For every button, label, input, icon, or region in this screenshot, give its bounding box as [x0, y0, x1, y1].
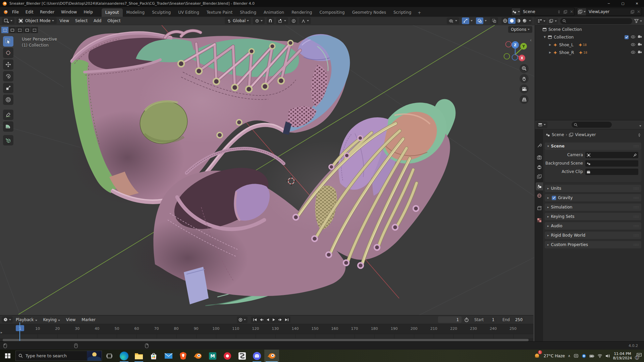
scene-selector[interactable]: Scene ✕	[511, 8, 575, 16]
panel-units[interactable]: ▸Units::::	[545, 185, 641, 192]
timeline-expand-icon[interactable]: ▸	[1, 330, 2, 334]
battery-icon[interactable]	[589, 354, 594, 358]
navigation-gizmo[interactable]: Z Y X	[501, 40, 530, 62]
tray-chevron-icon[interactable]: ∧	[568, 354, 570, 358]
end-frame-field[interactable]: End250	[500, 316, 525, 323]
taskbar-icon-discord[interactable]	[250, 350, 264, 362]
workspace-tab-modeling[interactable]: Modeling	[123, 8, 149, 17]
tab-texture[interactable]	[536, 216, 543, 224]
onedrive-icon[interactable]	[574, 354, 579, 358]
timeline-menu-playback[interactable]: Playback	[13, 317, 40, 322]
breadcrumb-viewlayer[interactable]: ViewLayer	[575, 132, 596, 137]
pin-icon[interactable]	[637, 133, 641, 137]
new-viewlayer-icon[interactable]	[631, 10, 634, 14]
measure-tool[interactable]	[3, 121, 13, 132]
taskbar-icon-blender[interactable]	[264, 350, 279, 362]
tab-render[interactable]	[536, 154, 543, 162]
menu-render[interactable]: Render	[37, 10, 58, 14]
pin-icon[interactable]	[557, 10, 561, 14]
workspace-tab-layout[interactable]: Layout	[102, 8, 123, 17]
panel-simulation[interactable]: ▸Simulation::::	[545, 203, 641, 211]
timeline-channel[interactable]	[0, 334, 533, 338]
rotate-tool[interactable]	[3, 71, 13, 81]
close-button[interactable]: ✕	[630, 0, 644, 7]
outliner-row-shoe_r[interactable]: ▶Shoe_R18	[535, 49, 644, 56]
axis-neg-y[interactable]	[504, 54, 510, 59]
playhead[interactable]	[19, 322, 20, 341]
outliner-search[interactable]	[560, 18, 632, 24]
workspace-tab-rendering[interactable]: Rendering	[288, 8, 316, 17]
viewlayer-selector[interactable]: ViewLayer ✕	[577, 8, 642, 16]
outliner-item-label[interactable]: Collection	[554, 35, 574, 40]
taskbar-icon-file-explorer[interactable]	[131, 350, 146, 362]
taskbar-icon-maya[interactable]: M	[205, 350, 220, 362]
disclosure-icon[interactable]: ▶	[549, 43, 553, 46]
active-clip-field[interactable]	[585, 169, 638, 175]
properties-options[interactable]	[638, 122, 641, 128]
scale-tool[interactable]	[3, 83, 13, 93]
gizmos-toggle[interactable]	[462, 17, 469, 24]
falloff-dropdown[interactable]	[299, 17, 311, 24]
add-workspace-button[interactable]: +	[415, 9, 424, 17]
disclosure-icon[interactable]: ▼	[544, 36, 548, 39]
outliner-item-label[interactable]: Shoe_R	[559, 50, 574, 55]
select-box-tool[interactable]	[3, 36, 13, 47]
workspace-tab-sculpting[interactable]: Sculpting	[148, 8, 174, 17]
pan-button[interactable]	[520, 74, 529, 83]
shading-solid[interactable]	[508, 18, 516, 24]
overlays-dropdown[interactable]	[485, 20, 487, 21]
current-frame-field[interactable]: 1	[438, 316, 462, 323]
axis-neg-z[interactable]	[512, 55, 518, 60]
outliner-display-mode[interactable]	[536, 18, 547, 24]
disable-camera-icon[interactable]	[638, 35, 642, 40]
menu-help[interactable]: Help	[80, 10, 96, 14]
taskbar-icon-edge[interactable]	[117, 350, 131, 362]
wifi-icon[interactable]	[597, 354, 602, 358]
panel-rigid-body-world[interactable]: ▸Rigid Body World::::	[545, 232, 641, 239]
workspace-tab-compositing[interactable]: Compositing	[316, 8, 348, 17]
pivot-dropdown[interactable]	[253, 17, 265, 24]
viewport-menu-view[interactable]: View	[57, 18, 72, 23]
outliner-item-label[interactable]: Scene Collection	[548, 27, 582, 32]
auto-key-button[interactable]	[237, 316, 248, 323]
timeline-editor-type[interactable]	[2, 316, 13, 323]
disable-camera-icon[interactable]	[638, 43, 642, 47]
weather-text[interactable]: 27°C Haze	[544, 354, 565, 358]
disclosure-icon[interactable]: ▶	[549, 51, 553, 54]
workspace-tab-scripting[interactable]: Scripting	[390, 8, 415, 17]
shading-material[interactable]	[516, 18, 522, 24]
options-button[interactable]: Options	[508, 26, 532, 33]
outliner-filter-button[interactable]	[634, 19, 642, 23]
snap-toggle[interactable]	[267, 17, 274, 24]
timeline-scrollbar[interactable]	[3, 339, 529, 341]
tab-tool[interactable]	[536, 141, 543, 149]
scene-panel-header[interactable]: ▾Scene::::	[545, 142, 641, 150]
select-mode-invert[interactable]	[23, 27, 31, 33]
outliner-filter-mode[interactable]	[548, 18, 558, 24]
remove-viewlayer-icon[interactable]: ✕	[637, 9, 640, 14]
properties-editor-type[interactable]	[536, 122, 547, 128]
shading-dropdown[interactable]	[529, 20, 531, 21]
xray-toggle[interactable]	[490, 17, 498, 24]
sidebar-toggle-icon[interactable]: ‹	[530, 38, 532, 43]
panel-custom-properties[interactable]: ▸Custom Properties::::	[545, 241, 641, 248]
prev-keyframe-button[interactable]	[258, 317, 264, 323]
camera-view-button[interactable]	[520, 84, 529, 94]
scene-name[interactable]: Scene	[520, 9, 538, 14]
viewport-menu-object[interactable]: Object	[104, 18, 123, 23]
task-view-button[interactable]	[102, 350, 117, 362]
taskbar-icon-brave[interactable]	[176, 350, 191, 362]
outliner-row-shoe_l[interactable]: ▶Shoe_L18	[535, 41, 644, 49]
hide-eye-icon[interactable]	[631, 50, 635, 55]
timeline-menu-marker[interactable]: Marker	[78, 317, 98, 322]
breadcrumb-scene[interactable]: Scene	[552, 132, 564, 137]
viewlayer-browse-icon[interactable]	[577, 8, 586, 15]
collection-checkbox[interactable]	[625, 35, 629, 39]
tab-output[interactable]	[536, 163, 543, 171]
notification-icon[interactable]: 1	[636, 353, 642, 359]
jump-end-button[interactable]	[283, 317, 290, 323]
timeline-menu-keying[interactable]: Keying	[40, 317, 63, 322]
gravity-checkbox[interactable]	[552, 196, 556, 200]
volume-icon[interactable]	[605, 354, 610, 358]
taskbar-icon-blender[interactable]	[191, 350, 205, 362]
